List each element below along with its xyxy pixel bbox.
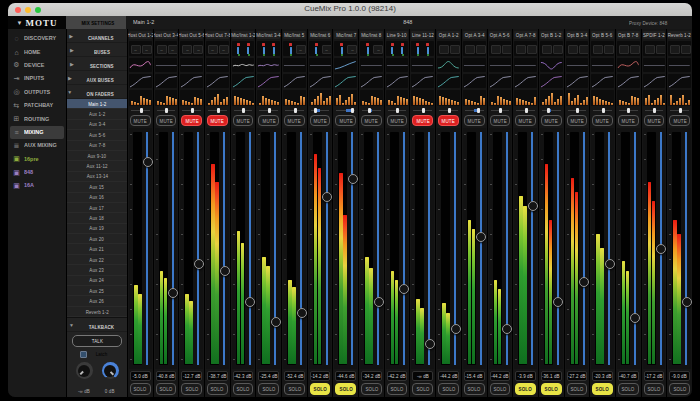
solo-button[interactable]: SOLO (438, 383, 459, 395)
channel-input-controls[interactable] (668, 41, 691, 56)
sidebar-item-patchbay[interactable]: ⇆PATCHBAY (8, 99, 66, 112)
dynamics-display[interactable] (334, 74, 357, 88)
faders-list-item[interactable]: Aux 3-4 (67, 120, 127, 130)
fader-track[interactable] (300, 132, 302, 365)
eq-display[interactable] (360, 58, 383, 72)
dynamics-display[interactable] (668, 74, 691, 88)
pan-handle[interactable] (499, 108, 502, 114)
channel-name[interactable]: Mic/Inst 7 (334, 31, 357, 39)
solo-button[interactable]: SOLO (490, 383, 511, 395)
fader-track[interactable] (351, 132, 353, 365)
pan-handle[interactable] (422, 108, 425, 114)
solo-button[interactable]: SOLO (284, 383, 305, 395)
mute-button[interactable]: MUTE (541, 115, 562, 126)
fader-track[interactable] (557, 132, 559, 365)
solo-button[interactable]: SOLO (233, 383, 254, 395)
fader-track[interactable] (685, 132, 687, 365)
fader-track[interactable] (223, 132, 225, 365)
fader-db-value[interactable]: -9.0 dB (669, 371, 690, 381)
channel-input-controls[interactable] (540, 41, 563, 56)
fader-db-value[interactable]: -17.2 dB (644, 371, 665, 381)
sidebar-item-inputs[interactable]: ⇥INPUTS (8, 72, 66, 85)
mute-button[interactable]: MUTE (490, 115, 511, 126)
fader-track[interactable] (249, 132, 251, 365)
pan-slider[interactable] (386, 107, 409, 113)
faders-list-item[interactable]: Aux 20 (67, 234, 127, 244)
eq-display[interactable] (206, 58, 229, 72)
pan-handle[interactable] (217, 108, 220, 114)
mute-button[interactable]: MUTE (567, 115, 588, 126)
channel-input-controls[interactable] (463, 41, 486, 56)
channel-name[interactable]: Opt B 7-8 (617, 31, 640, 39)
pan-handle[interactable] (576, 108, 579, 114)
faders-list-item[interactable]: Aux 11-12 (67, 161, 127, 171)
fader-db-value[interactable]: -44.6 dB (335, 371, 356, 381)
solo-button[interactable]: SOLO (310, 383, 331, 395)
mute-button[interactable]: MUTE (335, 115, 356, 126)
channel-input-controls[interactable]: – (360, 41, 383, 56)
channel-input-controls[interactable] (566, 41, 589, 56)
dynamics-display[interactable] (566, 74, 589, 88)
trim-slider[interactable] (270, 43, 277, 54)
channel-input-controls[interactable] (232, 41, 255, 56)
mute-button[interactable]: MUTE (258, 115, 279, 126)
pan-slider[interactable] (566, 107, 589, 113)
fader-track[interactable] (172, 132, 174, 365)
dynamics-display[interactable] (180, 74, 203, 88)
solo-button[interactable]: SOLO (361, 383, 382, 395)
pan-slider[interactable] (617, 107, 640, 113)
solo-button[interactable]: SOLO (515, 383, 536, 395)
fader-db-value[interactable]: -25.4 dB (258, 371, 279, 381)
pan-slider[interactable] (437, 107, 460, 113)
fader-db-value[interactable]: -52.4 dB (284, 371, 305, 381)
mute-button[interactable]: MUTE (515, 115, 536, 126)
pan-handle[interactable] (653, 108, 656, 114)
mute-button[interactable]: MUTE (310, 115, 331, 126)
mute-button[interactable]: MUTE (438, 115, 459, 126)
fader-knob[interactable] (605, 259, 615, 269)
fader-knob[interactable] (553, 297, 563, 307)
solo-button[interactable]: SOLO (130, 383, 151, 395)
mute-button[interactable]: MUTE (361, 115, 382, 126)
fader-track[interactable] (403, 132, 405, 365)
dynamics-display[interactable] (591, 74, 614, 88)
channel-name[interactable]: Host Out 7-8 (206, 31, 229, 39)
eq-display[interactable] (334, 58, 357, 72)
fader-knob[interactable] (476, 232, 486, 242)
pan-handle[interactable] (396, 108, 399, 114)
channel-name[interactable]: Opt A 1-2 (437, 31, 460, 39)
sidebar-item-device[interactable]: ⚙DEVICE (8, 59, 66, 72)
channel-name[interactable]: Line 9-10 (386, 31, 409, 39)
eq-display[interactable] (411, 58, 434, 72)
faders-list-item[interactable]: Aux 26 (67, 296, 127, 306)
channel-input-controls[interactable] (386, 41, 409, 56)
fader-knob[interactable] (579, 277, 589, 287)
channel-name[interactable]: Reverb 1-2 (668, 31, 691, 39)
channel-name[interactable]: Mic/Inst 1-2 (232, 31, 255, 39)
faders-list-item[interactable]: Aux 1-2 (67, 109, 127, 119)
pan-slider[interactable] (643, 107, 666, 113)
channel-input-controls[interactable] (257, 41, 280, 56)
solo-button[interactable]: SOLO (387, 383, 408, 395)
mute-button[interactable]: MUTE (181, 115, 202, 126)
channel-name[interactable]: Mic/Inst 8 (360, 31, 383, 39)
solo-button[interactable]: SOLO (207, 383, 228, 395)
faders-list-item[interactable]: Aux 24 (67, 276, 127, 286)
faders-list-item[interactable]: Aux 13-14 (67, 172, 127, 182)
trim-slider[interactable] (364, 43, 371, 54)
trim-slider[interactable] (313, 43, 320, 54)
fader-knob[interactable] (194, 259, 204, 269)
channel-input-controls[interactable]: – (309, 41, 332, 56)
channel-name[interactable]: Opt B 5-6 (591, 31, 614, 39)
talkback-header[interactable]: ▼TALKBACK (67, 318, 127, 332)
faders-list-item[interactable]: Aux 22 (67, 255, 127, 265)
latch-checkbox[interactable] (80, 351, 87, 358)
fader-knob[interactable] (220, 266, 230, 276)
dynamics-display[interactable] (411, 74, 434, 88)
solo-button[interactable]: SOLO (541, 383, 562, 395)
pan-handle[interactable] (242, 108, 245, 114)
sidebar-device-16pre[interactable]: ▣16pre (8, 153, 66, 166)
channel-input-controls[interactable] (514, 41, 537, 56)
sidebar-device-16a[interactable]: ▣16A (8, 179, 66, 192)
pan-slider[interactable] (232, 107, 255, 113)
